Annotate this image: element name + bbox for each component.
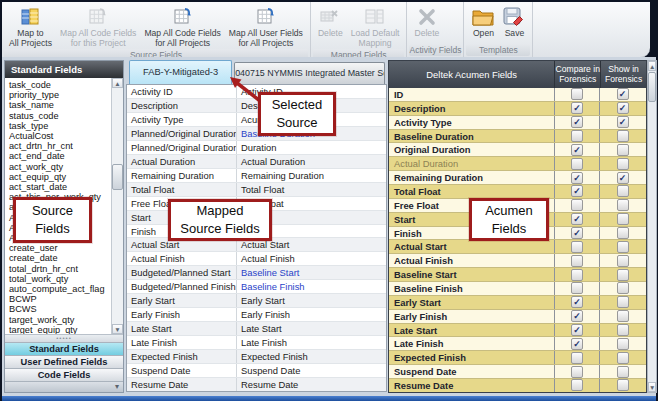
mapped-field-source-1[interactable]: Remaining Duration: [127, 169, 237, 182]
compare-checkbox[interactable]: [571, 88, 583, 100]
sidebar-item-code-fields[interactable]: Code Fields: [5, 368, 123, 381]
mapped-field-source-2[interactable]: Early Finish: [237, 309, 386, 320]
mapped-field-source-1[interactable]: Late Finish: [127, 336, 237, 349]
show-checkbox[interactable]: [617, 352, 629, 364]
main-scroll-thumb[interactable]: [648, 72, 656, 102]
mapped-field-source-2[interactable]: Resume Date: [237, 379, 386, 390]
mapped-field-source-2[interactable]: Remaining Duration: [237, 170, 386, 181]
mapped-field-source-1[interactable]: Activity Type: [127, 113, 237, 126]
save-template-button[interactable]: Save: [500, 3, 528, 44]
compare-checkbox[interactable]: [571, 352, 583, 364]
main-scrollbar[interactable]: ▲ ▼: [647, 60, 657, 393]
sidebar-scroll-thumb[interactable]: [112, 164, 123, 190]
mapped-field-source-1[interactable]: Planned/Original Duration: [127, 141, 237, 154]
show-checkbox[interactable]: ✓: [617, 88, 629, 100]
compare-checkbox[interactable]: ✓: [571, 338, 583, 350]
sidebar-item-user-defined-fields[interactable]: User Defined Fields: [5, 355, 123, 368]
sidebar-scroll-up-arrow[interactable]: ▲: [112, 78, 123, 88]
show-checkbox[interactable]: [617, 241, 629, 253]
mapped-field-source-2[interactable]: Actual Duration: [237, 156, 386, 167]
show-checkbox[interactable]: [617, 144, 629, 156]
show-checkbox[interactable]: [617, 255, 629, 267]
source-field-list-item[interactable]: task_name: [9, 100, 123, 110]
source-field-list-item[interactable]: auto_compute_act_flag: [9, 284, 123, 294]
tab-source-fab-y-mitigated-3[interactable]: FAB-Y-Mitigated-3: [129, 60, 232, 84]
mapped-field-source-2[interactable]: Baseline Start: [237, 267, 386, 278]
map-to-all-projects-button[interactable]: Map to All Projects: [6, 3, 55, 49]
show-checkbox[interactable]: [617, 282, 629, 294]
show-checkbox[interactable]: [617, 213, 629, 225]
compare-checkbox[interactable]: ✓: [571, 102, 583, 114]
main-scroll-up-arrow[interactable]: ▲: [648, 61, 656, 71]
mapped-field-source-2[interactable]: Late Finish: [237, 337, 386, 348]
source-field-list-item[interactable]: task_code: [9, 80, 123, 90]
compare-checkbox[interactable]: ✓: [571, 310, 583, 322]
source-field-list-item[interactable]: priority_type: [9, 90, 123, 100]
compare-checkbox[interactable]: ✓: [571, 296, 583, 308]
source-field-list-item[interactable]: total_work_qty: [9, 274, 123, 284]
compare-checkbox[interactable]: ✓: [571, 116, 583, 128]
mapped-field-source-1[interactable]: Description: [127, 99, 237, 112]
compare-checkbox[interactable]: [571, 130, 583, 142]
show-checkbox[interactable]: [617, 296, 629, 308]
compare-checkbox[interactable]: [571, 255, 583, 267]
compare-checkbox[interactable]: ✓: [571, 172, 583, 184]
mapped-field-source-1[interactable]: Budgeted/Planned Finish: [127, 280, 237, 293]
compare-checkbox[interactable]: ✓: [571, 144, 583, 156]
mapped-field-source-1[interactable]: Early Start: [127, 294, 237, 307]
mapped-field-source-2[interactable]: Baseline Finish: [237, 281, 386, 292]
sidebar-item-standard-fields[interactable]: Standard Fields: [5, 342, 123, 355]
mapped-field-source-1[interactable]: Resume Date: [127, 378, 237, 391]
show-checkbox[interactable]: [617, 199, 629, 211]
source-field-list-item[interactable]: target_equip_qty: [9, 325, 123, 334]
show-checkbox[interactable]: [617, 379, 629, 391]
show-checkbox[interactable]: [617, 310, 629, 322]
show-checkbox[interactable]: [617, 324, 629, 336]
compare-checkbox[interactable]: ✓: [571, 227, 583, 239]
mapped-field-source-2[interactable]: Expected Finish: [237, 351, 386, 362]
mapped-field-source-2[interactable]: Actual Finish: [237, 253, 386, 264]
show-checkbox[interactable]: [617, 130, 629, 142]
compare-checkbox[interactable]: ✓: [571, 324, 583, 336]
mapped-field-source-1[interactable]: Late Start: [127, 322, 237, 335]
show-checkbox[interactable]: [617, 227, 629, 239]
show-checkbox[interactable]: [617, 158, 629, 170]
source-field-list-item[interactable]: ActualCost: [9, 131, 123, 141]
source-field-list-item[interactable]: status_code: [9, 111, 123, 121]
mapped-field-source-1[interactable]: Actual Finish: [127, 252, 237, 265]
mapped-field-source-1[interactable]: Suspend Date: [127, 364, 237, 377]
show-checkbox[interactable]: [617, 338, 629, 350]
source-field-list-item[interactable]: task_type: [9, 121, 123, 131]
map-all-user-fields-all-projects-button[interactable]: Map All User Fields for All Projects: [226, 3, 306, 49]
show-checkbox[interactable]: ✓: [617, 172, 629, 184]
compare-checkbox[interactable]: [571, 241, 583, 253]
sidebar-scroll-down-arrow[interactable]: ▼: [112, 324, 123, 334]
mapped-field-source-2[interactable]: Suspend Date: [237, 365, 386, 376]
compare-checkbox[interactable]: [571, 158, 583, 170]
mapped-field-source-1[interactable]: Planned/Original Duration: [127, 127, 237, 140]
mapped-field-source-2[interactable]: Actual Start: [237, 239, 386, 250]
source-field-list-item[interactable]: BCWP: [9, 294, 123, 304]
source-field-list-item[interactable]: target_work_qty: [9, 315, 123, 325]
map-all-code-fields-all-projects-button[interactable]: Map All Code Fields for All Projects: [141, 3, 223, 49]
source-field-list-item[interactable]: act_start_date: [9, 182, 123, 192]
mapped-field-source-1[interactable]: Expected Finish: [127, 350, 237, 363]
source-field-list-item[interactable]: act_end_date: [9, 151, 123, 161]
chevron-down-icon[interactable]: ▾: [115, 382, 119, 391]
source-field-list-item[interactable]: act_equip_qty: [9, 172, 123, 182]
mapped-field-source-2[interactable]: Duration: [237, 142, 386, 153]
sidebar-scrollbar[interactable]: ▲ ▼: [111, 78, 123, 334]
source-field-list-item[interactable]: create_date: [9, 253, 123, 263]
compare-checkbox[interactable]: ✓: [571, 213, 583, 225]
source-field-list-item[interactable]: act_drtn_hr_cnt: [9, 141, 123, 151]
open-template-button[interactable]: Open: [468, 3, 498, 44]
mapped-field-source-1[interactable]: Budgeted/Planned Start: [127, 266, 237, 279]
mapped-field-source-1[interactable]: Early Finish: [127, 308, 237, 321]
main-scroll-down-arrow[interactable]: ▼: [648, 382, 656, 392]
show-checkbox[interactable]: [617, 185, 629, 197]
sidebar-splitter-handle[interactable]: •••••: [5, 334, 123, 342]
mapped-field-source-2[interactable]: Late Start: [237, 323, 386, 334]
mapped-field-source-2[interactable]: Total Float: [237, 184, 386, 195]
source-field-list-item[interactable]: BCWS: [9, 304, 123, 314]
mapped-field-source-1[interactable]: Activity ID: [127, 85, 237, 98]
